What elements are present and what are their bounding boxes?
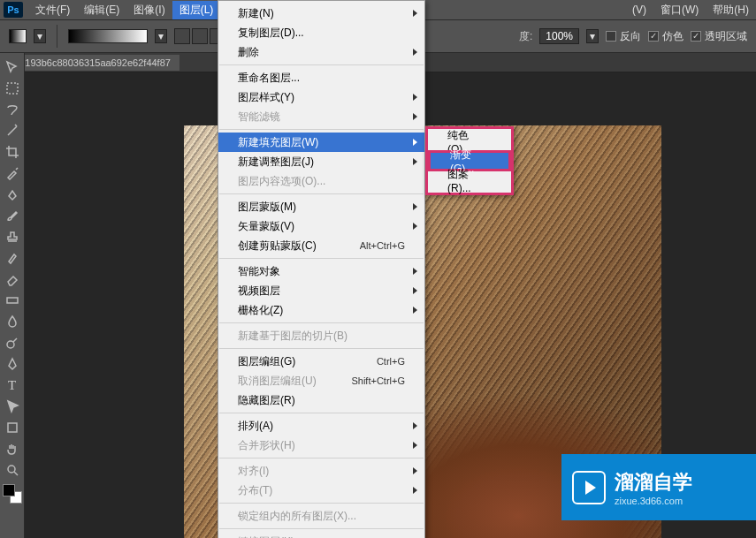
eyedropper-tool-icon[interactable] (3, 163, 22, 183)
menu-item[interactable]: 新建(N) (218, 4, 424, 23)
pen-tool-icon[interactable] (3, 354, 22, 374)
menu-item: 锁定组内的所有图层(X)... (218, 506, 424, 526)
submenu-item[interactable]: 图案(R)... (428, 170, 511, 190)
menu-item[interactable]: 创建剪贴蒙版(C)Alt+Ctrl+G (218, 236, 424, 255)
menu-item[interactable]: 复制图层(D)... (218, 23, 424, 42)
menu-item[interactable]: 图层蒙版(M) (218, 197, 424, 216)
menu-layer[interactable]: 图层(L) (172, 1, 221, 19)
gradient-tool-icon[interactable] (3, 291, 22, 310)
menu-item[interactable]: 智能对象 (218, 261, 424, 281)
menu-item[interactable]: 栅格化(Z) (218, 300, 424, 320)
menu-item: 图层内容选项(O)... (218, 171, 424, 191)
history-brush-tool-icon[interactable] (3, 248, 22, 268)
menu-item: 链接图层(K) (218, 532, 424, 538)
hand-tool-icon[interactable] (3, 439, 22, 458)
crop-tool-icon[interactable] (3, 142, 22, 162)
menu-window[interactable]: 窗口(W) (653, 1, 706, 19)
menu-view[interactable]: (V) (625, 2, 653, 18)
path-select-tool-icon[interactable] (3, 397, 22, 416)
svg-point-2 (7, 341, 14, 348)
svg-rect-1 (7, 298, 18, 303)
menu-item[interactable]: 隐藏图层(R) (218, 390, 424, 410)
heal-tool-icon[interactable] (3, 185, 22, 204)
menu-item[interactable]: 排列(A) (218, 416, 424, 436)
type-tool-icon[interactable]: T (3, 375, 22, 395)
document-tab[interactable]: 707193b6c88036315aa692e62f44f87 (0, 55, 179, 71)
watermark-url: zixue.3d66.com (615, 496, 692, 506)
dither-checkbox[interactable]: ✓仿色 (648, 29, 683, 44)
opacity-dropdown-icon[interactable]: ▾ (586, 29, 599, 43)
color-swatches[interactable] (3, 484, 22, 504)
gradient-radial-icon[interactable] (192, 28, 208, 44)
opacity-value[interactable]: 100% (539, 28, 579, 44)
watermark-title: 溜溜自学 (615, 469, 692, 496)
reverse-checkbox[interactable]: 反向 (606, 29, 641, 44)
menu-item[interactable]: 图层编组(G)Ctrl+G (218, 352, 424, 371)
gradient-linear-icon[interactable] (174, 28, 190, 44)
svg-rect-0 (7, 83, 18, 94)
marquee-tool-icon[interactable] (3, 79, 22, 98)
tool-preset-icon[interactable] (9, 29, 27, 43)
svg-point-4 (8, 466, 15, 473)
toolbar: T (0, 53, 25, 538)
wand-tool-icon[interactable] (3, 121, 22, 140)
menu-item: 新建基于图层的切片(B) (218, 326, 424, 345)
menu-item: 合并形状(H) (218, 436, 424, 455)
menu-item[interactable]: 视频图层 (218, 281, 424, 300)
gradient-preview[interactable] (68, 29, 148, 43)
blur-tool-icon[interactable] (3, 312, 22, 331)
opacity-label: 度: (519, 29, 532, 44)
svg-rect-3 (8, 423, 17, 432)
fill-layer-submenu: 纯色(O)...渐变(G)...图案(R)... (425, 126, 514, 195)
menu-edit[interactable]: 编辑(E) (77, 1, 126, 19)
menu-image[interactable]: 图像(I) (126, 1, 172, 19)
ps-logo: Ps (4, 2, 23, 18)
preset-dropdown-icon[interactable]: ▾ (34, 29, 46, 43)
eraser-tool-icon[interactable] (3, 269, 22, 289)
zoom-tool-icon[interactable] (3, 460, 22, 480)
move-tool-icon[interactable] (3, 57, 22, 77)
menu-item[interactable]: 新建调整图层(J) (218, 152, 424, 171)
menu-help[interactable]: 帮助(H) (706, 1, 756, 19)
menu-file[interactable]: 文件(F) (28, 1, 77, 19)
lasso-tool-icon[interactable] (3, 100, 22, 119)
menu-item[interactable]: 重命名图层... (218, 68, 424, 87)
brush-tool-icon[interactable] (3, 206, 22, 225)
dodge-tool-icon[interactable] (3, 333, 22, 352)
stamp-tool-icon[interactable] (3, 227, 22, 246)
menu-item: 智能滤镜 (218, 107, 424, 126)
transparency-checkbox[interactable]: ✓透明区域 (691, 29, 747, 44)
gradient-dropdown-icon[interactable]: ▾ (155, 29, 167, 43)
play-icon (572, 471, 606, 504)
menu-item: 分布(T) (218, 481, 424, 500)
shape-tool-icon[interactable] (3, 418, 22, 437)
layer-menu: 新建(N)复制图层(D)...删除重命名图层...图层样式(Y)智能滤镜新建填充… (218, 0, 425, 538)
menu-item[interactable]: 删除 (218, 42, 424, 62)
menu-item: 对齐(I) (218, 461, 424, 481)
menu-item[interactable]: 图层样式(Y) (218, 87, 424, 107)
menu-item[interactable]: 新建填充图层(W) (218, 133, 424, 152)
menu-item[interactable]: 矢量蒙版(V) (218, 216, 424, 236)
watermark: 溜溜自学 zixue.3d66.com (561, 454, 756, 520)
menu-item: 取消图层编组(U)Shift+Ctrl+G (218, 371, 424, 390)
